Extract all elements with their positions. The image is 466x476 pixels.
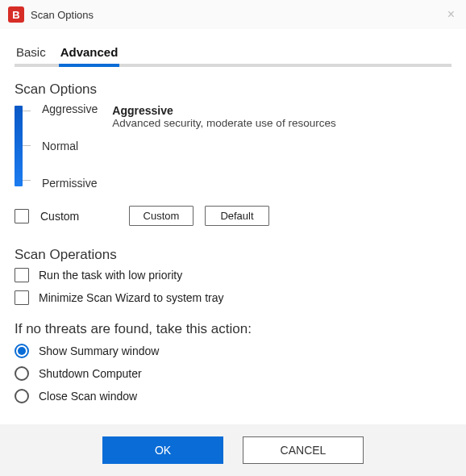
tabs: Basic Advanced [15, 42, 451, 67]
no-threats-option: Show Summary window [15, 344, 451, 358]
level-permissive-label[interactable]: Permissive [42, 177, 98, 190]
level-aggressive-label[interactable]: Aggressive [42, 102, 98, 115]
app-icon: B [8, 6, 24, 23]
slider-tick [23, 111, 31, 111]
level-description-text: Advanced security, moderate use of resou… [112, 117, 451, 129]
custom-button[interactable]: Custom [129, 206, 193, 226]
low-priority-checkbox[interactable] [15, 268, 29, 282]
radio-show-summary-label: Show Summary window [39, 344, 159, 357]
tab-basic[interactable]: Basic [15, 42, 48, 67]
radio-close-window-label: Close Scan window [39, 390, 137, 403]
slider-tick [23, 145, 31, 146]
section-no-threats-title: If no threats are found, take this actio… [15, 321, 451, 337]
slider-track[interactable] [15, 106, 23, 186]
operation-row: Minimize Scan Wizard to system tray [15, 290, 451, 305]
no-threats-option: Shutdown Computer [15, 366, 451, 381]
radio-show-summary[interactable] [15, 344, 29, 358]
custom-label: Custom [40, 210, 118, 223]
tab-advanced[interactable]: Advanced [59, 42, 120, 67]
radio-close-window[interactable] [15, 389, 29, 403]
titlebar: B Scan Options × [0, 0, 466, 29]
custom-checkbox[interactable] [15, 209, 29, 223]
section-scan-operations-title: Scan Operations [15, 247, 451, 263]
cancel-button[interactable]: CANCEL [243, 436, 364, 464]
radio-shutdown[interactable] [15, 366, 29, 381]
slider-tick [23, 180, 31, 181]
level-description-title: Aggressive [112, 104, 451, 117]
section-scan-options-title: Scan Options [15, 81, 451, 98]
radio-shutdown-label: Shutdown Computer [39, 367, 142, 380]
default-button[interactable]: Default [205, 206, 269, 226]
low-priority-label: Run the task with low priority [39, 269, 182, 282]
close-icon[interactable]: × [444, 4, 458, 25]
no-threats-option: Close Scan window [15, 389, 451, 403]
level-description: Aggressive Advanced security, moderate u… [112, 102, 451, 129]
level-slider[interactable]: Aggressive Normal Permissive [15, 102, 98, 190]
minimize-wizard-label: Minimize Scan Wizard to system tray [39, 291, 224, 304]
operation-row: Run the task with low priority [15, 268, 451, 282]
slider-labels: Aggressive Normal Permissive [29, 102, 98, 190]
ok-button[interactable]: OK [102, 436, 223, 464]
level-normal-label[interactable]: Normal [42, 140, 98, 152]
window-title: Scan Options [31, 9, 444, 21]
dialog-footer: OK CANCEL [0, 424, 466, 476]
minimize-wizard-checkbox[interactable] [15, 290, 29, 305]
